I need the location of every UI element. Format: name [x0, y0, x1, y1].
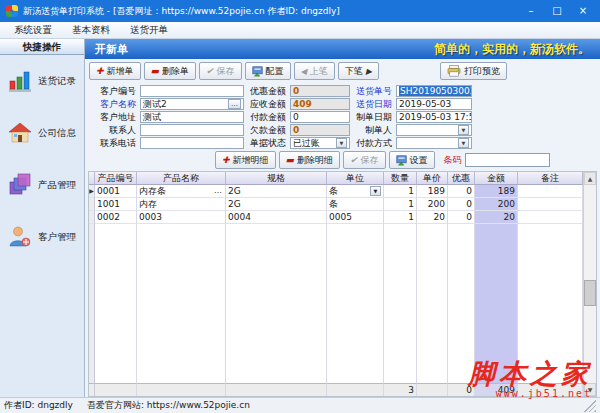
save-order-button[interactable]: ✔ 保存 [199, 62, 242, 80]
delete-order-button[interactable]: ▬ 删除单 [144, 62, 197, 80]
col-discount[interactable]: 优惠 [448, 172, 475, 185]
settings-icon [396, 155, 407, 166]
chevron-down-icon[interactable]: ▼ [458, 125, 469, 135]
table-row[interactable]: ▶ 0001 内存条 … 2G 条 ▼ 1 189 0 189 [89, 185, 583, 198]
customer-lookup-button[interactable]: … [228, 99, 241, 109]
discount-amount-field: 0 [290, 85, 350, 97]
chevron-down-icon[interactable]: ▼ [458, 138, 469, 148]
add-detail-button[interactable]: ✚ 新增明细 [215, 151, 276, 169]
sidebar-item-label: 公司信息 [38, 127, 76, 140]
delivery-date-label: 送货日期 [350, 98, 396, 111]
col-unit[interactable]: 单位 [327, 172, 384, 185]
sidebar-item-company-info[interactable]: 公司信息 [0, 107, 84, 159]
menu-bar: 系统设置 基本资料 送货开单 [0, 22, 600, 39]
maximize-button[interactable]: □ [544, 1, 570, 21]
customer-icon [8, 225, 32, 249]
sidebar-item-label: 送货记录 [38, 75, 76, 88]
col-remark[interactable]: 备注 [518, 172, 583, 185]
sidebar: 快捷操作 送货记录 公司信息 [0, 39, 85, 397]
barcode-label: 条码 [444, 154, 462, 167]
printer-icon [447, 65, 461, 77]
col-product-code[interactable]: 产品编号 [95, 172, 137, 185]
col-amount[interactable]: 金额 [475, 172, 518, 185]
check-icon: ✔ [350, 155, 358, 165]
chart-icon [8, 69, 32, 93]
title-bar: 新汤送货单打印系统 - [吾爱网址：https://www.52pojie.cn… [0, 0, 600, 22]
app-logo-icon [6, 5, 18, 17]
print-preview-button[interactable]: 打印预览 [440, 62, 507, 80]
order-status-label: 单据状态 [248, 137, 290, 150]
barcode-input[interactable] [465, 153, 550, 167]
minus-icon: ▬ [286, 155, 295, 165]
delete-detail-button[interactable]: ▬ 删除明细 [279, 151, 341, 169]
save-detail-button[interactable]: ✔ 保存 [343, 151, 386, 169]
detail-toolbar: ✚ 新增明细 ▬ 删除明细 ✔ 保存 设置 条码 [85, 149, 600, 171]
payment-method-select[interactable]: ▼ [396, 137, 472, 149]
sidebar-item-customer-management[interactable]: 客户管理 [0, 211, 84, 263]
col-qty[interactable]: 数量 [384, 172, 417, 185]
config-button[interactable]: 配置 [245, 62, 291, 80]
menu-delivery-billing[interactable]: 送货开单 [120, 23, 178, 38]
scroll-up-icon[interactable]: ▲ [584, 172, 596, 185]
order-status-select[interactable]: 已过账 ▼ [290, 137, 350, 149]
customer-name-input[interactable]: 测试2 … [140, 98, 244, 110]
order-form: 客户编号 客户名称 测试2 … 客户地址 测试 联系人 [85, 83, 600, 149]
banner-slogan: 简单的，实用的，新汤软件。 [434, 41, 590, 58]
receivable-amount-field: 409 [290, 98, 350, 110]
vertical-scrollbar[interactable]: ▲ ▼ [583, 172, 596, 396]
creator-select[interactable]: ▼ [396, 124, 472, 136]
table-header-row: 产品编号 产品名称 规格 单位 数量 单价 优惠 金额 备注 [89, 172, 583, 185]
check-icon: ✔ [206, 66, 214, 76]
payment-method-label: 付款方式 [350, 137, 396, 150]
menu-basic-data[interactable]: 基本资料 [62, 23, 120, 38]
total-qty: 3 [384, 383, 417, 396]
payment-amount-input[interactable]: 0 [290, 111, 350, 123]
prev-record-button[interactable]: ◀ 上笔 [294, 62, 335, 80]
delivery-no-label: 送货单号 [350, 85, 396, 98]
scrollbar-track[interactable] [584, 185, 596, 383]
sidebar-item-label: 产品管理 [38, 179, 76, 192]
delivery-no-input[interactable]: SH20190503003 [396, 85, 472, 97]
next-record-button[interactable]: 下笔 ▶ [338, 62, 379, 80]
contact-phone-input[interactable] [140, 137, 244, 149]
customer-code-input[interactable] [140, 85, 244, 97]
scrollbar-thumb[interactable] [584, 280, 596, 306]
scroll-down-icon[interactable]: ▼ [584, 383, 596, 396]
plus-icon: ✚ [222, 155, 230, 165]
add-order-button[interactable]: ✚ 新增单 [89, 62, 141, 80]
table-empty-area [89, 224, 583, 383]
resize-grip[interactable] [584, 400, 596, 412]
customer-address-input[interactable]: 测试 [140, 111, 244, 123]
contact-person-label: 联系人 [88, 124, 140, 137]
sidebar-item-label: 客户管理 [38, 231, 76, 244]
sidebar-item-product-management[interactable]: 产品管理 [0, 159, 84, 211]
table-row[interactable]: 1001 内存 2G 条 1 200 0 200 [89, 198, 583, 211]
menu-system-settings[interactable]: 系统设置 [4, 23, 62, 38]
col-spec[interactable]: 规格 [226, 172, 327, 185]
chevron-down-icon[interactable]: ▼ [336, 138, 347, 148]
settings-button[interactable]: 设置 [389, 151, 435, 169]
total-amount: 409 [475, 383, 518, 396]
home-icon [8, 121, 32, 145]
col-product-name[interactable]: 产品名称 [137, 172, 226, 185]
page-banner: 开新单 简单的，实用的，新汤软件。 [85, 39, 600, 59]
created-date-input[interactable]: 2019-05-03 17:52:54 [396, 111, 472, 123]
contact-person-input[interactable] [140, 124, 244, 136]
unit-dropdown-icon[interactable]: ▼ [370, 186, 381, 196]
delivery-date-input[interactable]: 2019-05-03 [396, 98, 472, 110]
customer-name-label: 客户名称 [88, 98, 140, 111]
status-site: 吾爱官方网站: https://www.52pojie.cn [87, 399, 250, 412]
customer-address-label: 客户地址 [88, 111, 140, 124]
close-button[interactable]: × [570, 1, 596, 21]
table-row[interactable]: 0002 0003 0004 0005 1 20 0 20 [89, 211, 583, 224]
status-author: 作者ID: dngzdly [4, 399, 73, 412]
col-price[interactable]: 单价 [417, 172, 448, 185]
arrow-left-icon: ◀ [301, 67, 307, 76]
minimize-button[interactable]: – [518, 1, 544, 21]
sidebar-item-delivery-records[interactable]: 送货记录 [0, 55, 84, 107]
discount-amount-label: 优惠金额 [248, 85, 290, 98]
plus-icon: ✚ [96, 66, 104, 76]
products-icon [8, 173, 32, 197]
total-discount: 0 [448, 383, 475, 396]
product-lookup-button[interactable]: … [214, 185, 223, 197]
